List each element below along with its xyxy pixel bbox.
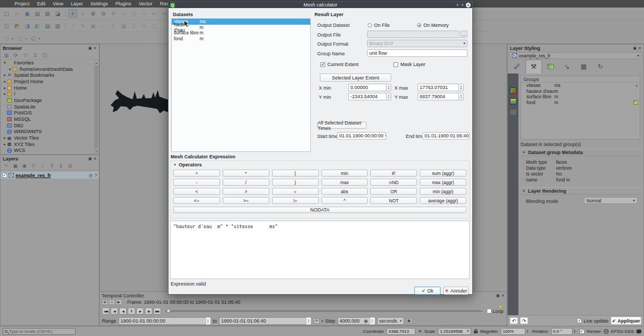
menu-project[interactable]: Project — [11, 1, 33, 6]
expander-icon[interactable]: ▸ — [3, 73, 7, 77]
tab-mesh-settings[interactable]: ⚒ — [525, 60, 542, 74]
close-panel-icon[interactable]: ✕ — [93, 157, 97, 161]
animated-range-icon[interactable]: ▶ — [116, 300, 122, 305]
measure-icon[interactable]: ◱ — [29, 34, 38, 42]
operator-button[interactable]: IF — [370, 170, 417, 177]
spin-arrows-icon[interactable] — [386, 93, 391, 100]
operator-button[interactable]: sum (aggr) — [420, 170, 466, 177]
spin-arrows-icon[interactable] — [206, 317, 211, 325]
close-panel-icon[interactable]: ✕ — [501, 294, 504, 298]
notification-bulb-icon[interactable] — [499, 305, 502, 309]
layer-row-example-res-fr[interactable]: example_res_fr ◷ ? — [1, 172, 99, 179]
operator-button[interactable]: min (aggr) — [420, 188, 466, 195]
data-source-manager-icon[interactable]: ◫ — [2, 21, 11, 30]
expander-icon[interactable]: ▸ — [3, 86, 7, 90]
zoom-full-icon[interactable]: ▭ — [119, 9, 128, 18]
properties-widget-icon[interactable]: ⓘ — [41, 52, 48, 59]
start-time-select[interactable]: 01.01.1900 00:00:00 — [337, 132, 386, 140]
filter-legend-icon[interactable]: ▽ — [30, 163, 37, 170]
float-panel-icon[interactable]: ▣ — [496, 294, 500, 298]
float-panel-icon[interactable]: ▣ — [89, 157, 92, 161]
spin-arrows-icon[interactable] — [386, 84, 391, 91]
operator-button[interactable]: / — [223, 179, 269, 186]
redo-icon[interactable]: ↷ — [520, 317, 528, 324]
menu-edit[interactable]: Edit — [33, 1, 49, 6]
operator-button[interactable]: <= — [173, 197, 220, 204]
layers-symbology-icon[interactable] — [510, 98, 517, 105]
on-memory-radio[interactable]: On Memory — [417, 23, 449, 28]
add-feature-icon[interactable]: ∷ — [99, 21, 108, 30]
save-edits-icon[interactable]: ▣ — [89, 21, 98, 30]
temporal-off-icon[interactable]: ⊠ — [102, 300, 108, 305]
add-delimited-text-icon[interactable]: ▤ — [43, 21, 52, 30]
select-features-icon[interactable]: ◲ — [16, 34, 25, 42]
next-frame-icon[interactable]: ▶| — [145, 308, 152, 315]
messages-icon[interactable] — [636, 330, 641, 333]
group-row-surface[interactable]: surface libre m — [521, 94, 640, 100]
spin-arrows-icon[interactable] — [370, 317, 375, 325]
browser-item-home[interactable]: ▸ ⌂ Home — [1, 85, 99, 91]
operator-button[interactable]: ) — [272, 179, 319, 186]
collapse-all-icon[interactable]: ↥ — [32, 52, 39, 59]
dataset-row-hauteur[interactable]: hauteur d'eaum — [172, 25, 310, 31]
refresh-range-icon[interactable]: ⟳ — [313, 318, 319, 324]
layer-rendering-header[interactable]: ▼ Layer Rendering — [521, 187, 640, 195]
tab-temporal[interactable]: ↻ — [592, 60, 609, 74]
browser-scrollbar[interactable]: ▲▼ — [94, 61, 98, 153]
magnifier-input[interactable]: 100% — [501, 328, 530, 335]
selected-layer-extent-button[interactable]: Selected Layer Extent — [320, 74, 391, 82]
spin-arrows-icon[interactable] — [458, 93, 464, 100]
on-file-radio[interactable]: On File — [368, 23, 390, 28]
operator-button[interactable]: average (aggr) — [420, 197, 466, 204]
modify-attributes-icon[interactable]: ▦ — [119, 21, 128, 30]
operator-button[interactable]: ( — [272, 170, 319, 177]
layer-visibility-checkbox[interactable] — [2, 173, 7, 178]
group-name-input[interactable] — [367, 49, 467, 57]
operator-button[interactable]: AND — [370, 179, 417, 186]
browser-item-project-home[interactable]: ▸ Project Home — [1, 78, 99, 85]
settings-icon[interactable]: ▦ — [406, 318, 412, 324]
menu-plugins[interactable]: Plugins — [112, 1, 135, 6]
ok-button[interactable]: ✔ Ok — [414, 287, 441, 295]
previous-frame-icon[interactable]: |◀ — [111, 308, 118, 315]
metadata-section-header[interactable]: ▼ Dataset group Metadata — [521, 149, 640, 156]
zoom-to-selection-icon[interactable]: ▯ — [129, 9, 138, 18]
operator-button[interactable]: < — [173, 188, 220, 195]
tab-symbology[interactable]: 🖉 — [509, 60, 525, 74]
range-from-input[interactable]: 1900-01-01 00:00:00 — [119, 317, 211, 325]
save-project-icon[interactable]: ▣ — [23, 9, 32, 18]
apply-button[interactable]: ✔ Appliquer — [611, 317, 641, 325]
zoom-in-icon[interactable]: ⊕ — [89, 9, 98, 18]
operator-button[interactable]: ^ — [321, 197, 368, 204]
dataset-row-fond[interactable]: fondm — [172, 36, 310, 42]
menu-vector[interactable]: Vector — [135, 1, 156, 6]
rotation-input[interactable]: 0.0 ° — [551, 328, 577, 335]
group-row-vitesse[interactable]: vitesse ms ↘ — [521, 83, 640, 89]
spin-arrows-icon[interactable] — [525, 328, 530, 335]
toggle-editing-icon[interactable]: ✎ — [78, 21, 87, 30]
save-as-icon[interactable]: ▤ — [33, 9, 42, 18]
group-row-fond[interactable]: fond m — [521, 100, 640, 106]
operator-button[interactable]: abs — [321, 188, 368, 195]
filter-browser-icon[interactable]: ▽ — [22, 52, 29, 59]
map-themes-icon[interactable]: ◉ — [21, 163, 28, 170]
tab-contours[interactable] — [542, 60, 559, 74]
output-file-input[interactable] — [367, 31, 459, 38]
browser-item-favorites[interactable]: ▾ ★ Favorites — [1, 60, 99, 66]
zoom-out-icon[interactable]: ⊖ — [99, 9, 108, 18]
browser-item-postgis[interactable]: PostGIS — [1, 110, 99, 116]
unshade-window-icon[interactable]: ∧ — [461, 3, 464, 7]
operators-header[interactable]: ▼ Operators — [171, 161, 469, 168]
play-backward-icon[interactable]: ◀ — [119, 308, 127, 315]
coordinate-input[interactable]: 4388,7913 — [386, 328, 415, 335]
browser-item-wms[interactable]: WMS/WMTS — [1, 129, 99, 135]
pause-icon[interactable]: Ⅱ — [128, 308, 135, 315]
3d-view-icon[interactable] — [510, 87, 517, 94]
blending-mode-select[interactable]: Normal — [584, 197, 638, 204]
dropdown-arrow-icon[interactable]: ▾ — [12, 36, 13, 40]
shade-window-icon[interactable]: ∨ — [456, 3, 459, 7]
end-time-select[interactable]: 01.01.1900 01:06:40 — [422, 132, 470, 140]
operator-button[interactable]: > — [223, 188, 269, 195]
dropdown-arrow-icon[interactable]: ▾ — [321, 319, 323, 323]
group-row-hauteur[interactable]: hauteur d'eau m — [521, 89, 640, 94]
